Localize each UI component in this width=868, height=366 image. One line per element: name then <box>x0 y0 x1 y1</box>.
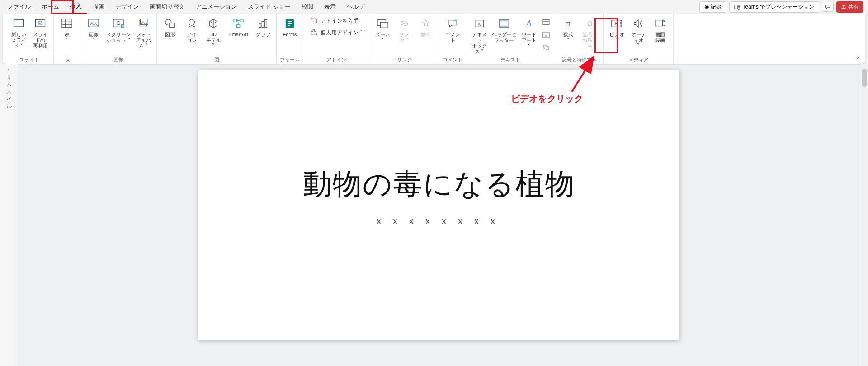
scrollbar-thumb[interactable] <box>862 69 867 87</box>
date-icon <box>542 18 550 26</box>
comment-bubble-icon <box>825 4 831 10</box>
group-label-symbols: 記号と特殊文字 <box>558 56 600 63</box>
svg-rect-1 <box>735 5 738 9</box>
action-label: 動作 <box>421 32 431 38</box>
svg-rect-6 <box>62 19 72 27</box>
teams-present-button[interactable]: Teams でプレゼンテーション <box>729 1 819 13</box>
smartart-icon <box>231 16 245 31</box>
link-icon <box>397 16 411 31</box>
comments-toggle-button[interactable] <box>822 2 834 12</box>
group-label-table: 表 <box>57 56 77 63</box>
share-button[interactable]: 共有 <box>836 1 863 13</box>
thumbnail-pane[interactable]: ▸ サムネイル <box>0 64 18 366</box>
3d-models-button[interactable]: 3D モデル ˅ <box>203 15 224 50</box>
screen-recording-label: 画面 録画 <box>655 32 665 43</box>
table-icon <box>60 16 74 31</box>
date-time-button[interactable] <box>541 17 551 27</box>
svg-rect-30 <box>500 20 509 22</box>
link-button[interactable]: リン ク ˅ <box>394 15 415 44</box>
photo-album-button[interactable]: フォト アルバム ˅ <box>133 15 154 50</box>
comment-button[interactable]: コメント <box>442 15 463 44</box>
tab-review[interactable]: 校閲 <box>296 0 319 14</box>
slide-title-text[interactable]: 動物の毒になる植物 <box>198 164 679 204</box>
group-label-media: メディア <box>606 56 670 63</box>
tab-file[interactable]: ファイル <box>2 0 36 14</box>
icons-button[interactable]: アイ コン <box>181 15 202 44</box>
slide-subtitle-text[interactable]: ｘｘｘｘｘｘｘｘ <box>198 214 679 228</box>
my-addins-button[interactable]: 個人用アドイン ˅ <box>307 27 365 38</box>
shapes-icon <box>163 16 177 31</box>
vertical-scrollbar[interactable] <box>860 64 868 366</box>
action-star-icon <box>419 16 433 31</box>
tab-view[interactable]: 表示 <box>319 0 341 14</box>
audio-label: オーディオ ˅ <box>629 32 648 49</box>
svg-point-14 <box>142 21 144 22</box>
tab-home[interactable]: ホーム <box>36 0 65 14</box>
slide-editor-area[interactable]: 動物の毒になる植物 ｘｘｘｘｘｘｘｘ <box>18 64 860 366</box>
svg-text:π: π <box>566 19 571 28</box>
wordart-button[interactable]: A ワード アート ˅ <box>519 15 539 50</box>
svg-rect-3 <box>14 19 24 27</box>
shapes-label: 図形 ˅ <box>165 32 175 43</box>
tab-draw[interactable]: 描画 <box>87 0 110 14</box>
symbol-button[interactable]: Ω 記号と 特殊文字 <box>580 15 600 50</box>
icons-icon <box>184 16 199 31</box>
table-label: 表 ˅ <box>65 32 70 43</box>
object-icon <box>542 43 550 52</box>
smartart-button[interactable]: SmartArt <box>225 15 252 38</box>
textbox-button[interactable]: A テキスト ボックス ˅ <box>469 15 490 56</box>
audio-button[interactable]: オーディオ ˅ <box>628 15 649 50</box>
screenshot-button[interactable]: スクリーン ショット ˅ <box>105 15 132 44</box>
get-addins-button[interactable]: アドインを入手 <box>307 15 365 26</box>
table-button[interactable]: 表 ˅ <box>57 15 77 44</box>
audio-speaker-icon <box>631 16 646 31</box>
tab-slideshow[interactable]: スライド ショー <box>242 0 296 14</box>
forms-button[interactable]: Forms <box>279 15 300 38</box>
chart-button[interactable]: グラフ <box>253 15 274 38</box>
svg-rect-37 <box>545 47 549 50</box>
group-label-illustrations: 図 <box>160 56 274 63</box>
svg-text:A: A <box>477 21 481 27</box>
equation-button[interactable]: π 数式 ˅ <box>558 15 579 44</box>
tab-insert[interactable]: 挿入 <box>65 0 87 14</box>
object-button[interactable] <box>541 42 551 52</box>
thumbnail-pane-label: サムネイル <box>5 71 13 108</box>
video-button[interactable]: ビデオ ˅ <box>606 15 627 44</box>
chart-label: グラフ <box>256 32 271 38</box>
teams-label: Teams でプレゼンテーション <box>742 3 814 11</box>
ribbon-collapse-button[interactable]: ⌄ <box>855 54 860 60</box>
action-button[interactable]: 動作 <box>415 15 436 38</box>
ribbon-group-addins: アドインを入手 個人用アドイン ˅ アドイン <box>303 14 369 64</box>
record-button[interactable]: ◉ 記録 <box>699 1 726 13</box>
svg-rect-20 <box>259 24 261 27</box>
tab-animations[interactable]: アニメーション <box>190 0 242 14</box>
ribbon-group-images: 画像 ˅ スクリーン ショット ˅ フォト アルバム ˅ 画像 <box>80 14 157 64</box>
thumbnail-expand-button[interactable]: ▸ <box>8 67 10 72</box>
comment-label: コメント <box>443 32 462 43</box>
new-slide-label: 新しい スライド ˅ <box>9 32 28 49</box>
get-addins-label: アドインを入手 <box>321 17 359 25</box>
smartart-label: SmartArt <box>228 32 248 38</box>
header-footer-button[interactable]: ヘッダーと フッター <box>491 15 518 44</box>
symbol-omega-icon: Ω <box>583 16 597 31</box>
new-slide-button[interactable]: 新しい スライド ˅ <box>8 15 29 50</box>
svg-text:A: A <box>526 19 532 28</box>
wordart-label: ワード アート ˅ <box>519 32 538 49</box>
picture-button[interactable]: 画像 ˅ <box>83 15 104 44</box>
zoom-button[interactable]: ズーム ˅ <box>372 15 393 44</box>
reuse-slide-button[interactable]: スライドの 再利用 <box>30 15 51 50</box>
slide-canvas[interactable]: 動物の毒になる植物 ｘｘｘｘｘｘｘｘ <box>198 70 679 340</box>
share-icon <box>841 4 846 9</box>
slide-number-button[interactable]: # <box>541 30 551 40</box>
tab-help[interactable]: ヘルプ <box>341 0 370 14</box>
tab-design[interactable]: デザイン <box>110 0 144 14</box>
screen-recording-button[interactable]: 画面 録画 <box>650 15 670 44</box>
zoom-label: ズーム ˅ <box>375 32 390 43</box>
ribbon-group-comments: コメント コメント <box>439 14 466 64</box>
group-label-comments: コメント <box>442 56 463 63</box>
group-label-slide: スライド <box>8 56 51 63</box>
shapes-button[interactable]: 図形 ˅ <box>160 15 180 44</box>
screenshot-label: スクリーン ショット ˅ <box>106 32 131 43</box>
tab-transitions[interactable]: 画面切り替え <box>144 0 190 14</box>
reuse-slide-label: スライドの 再利用 <box>31 32 50 49</box>
